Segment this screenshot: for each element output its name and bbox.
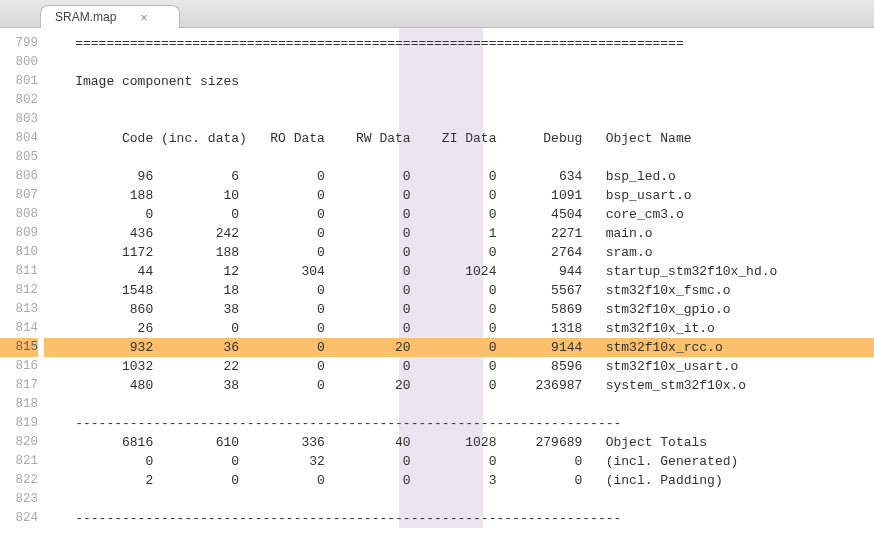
line-number: 815 [0, 338, 38, 357]
code-text [44, 150, 52, 165]
code-text: 0 0 32 0 0 0 (incl. Generated) [44, 454, 738, 469]
code-text: 2 0 0 0 3 0 (incl. Padding) [44, 473, 723, 488]
code-text: 932 36 0 20 0 9144 stm32f10x_rcc.o [44, 340, 723, 355]
editor-area: 7998008018028038048058068078088098108118… [0, 28, 874, 533]
code-line: 0 0 32 0 0 0 (incl. Generated) [44, 452, 874, 471]
code-text [44, 55, 52, 70]
code-text: 188 10 0 0 0 1091 bsp_usart.o [44, 188, 692, 203]
line-number: 814 [0, 319, 38, 338]
code-line: 860 38 0 0 0 5869 stm32f10x_gpio.o [44, 300, 874, 319]
line-number: 810 [0, 243, 38, 262]
code-text [44, 112, 52, 127]
line-number: 813 [0, 300, 38, 319]
code-line [44, 148, 874, 167]
code-line: 188 10 0 0 0 1091 bsp_usart.o [44, 186, 874, 205]
line-number: 816 [0, 357, 38, 376]
code-text [44, 397, 52, 412]
code-line [44, 395, 874, 414]
code-text: 96 6 0 0 0 634 bsp_led.o [44, 169, 676, 184]
code-text: 480 38 0 20 0 236987 system_stm32f10x.o [44, 378, 746, 393]
code-text: 0 0 0 0 0 4504 core_cm3.o [44, 207, 684, 222]
line-number: 824 [0, 509, 38, 528]
line-number: 811 [0, 262, 38, 281]
code-line: ----------------------------------------… [44, 414, 874, 433]
code-text: 26 0 0 0 0 1318 stm32f10x_it.o [44, 321, 715, 336]
code-line: Code (inc. data) RO Data RW Data ZI Data… [44, 129, 874, 148]
line-number: 806 [0, 167, 38, 186]
code-line [44, 490, 874, 509]
line-number: 799 [0, 34, 38, 53]
line-number: 819 [0, 414, 38, 433]
code-text: 44 12 304 0 1024 944 startup_stm32f10x_h… [44, 264, 777, 279]
code-line: 44 12 304 0 1024 944 startup_stm32f10x_h… [44, 262, 874, 281]
line-number: 807 [0, 186, 38, 205]
code-text: 1172 188 0 0 0 2764 sram.o [44, 245, 653, 260]
code-line: 480 38 0 20 0 236987 system_stm32f10x.o [44, 376, 874, 395]
line-number: 821 [0, 452, 38, 471]
tab-sram-map[interactable]: SRAM.map × [40, 5, 180, 28]
code-text: ----------------------------------------… [44, 511, 621, 526]
line-number: 809 [0, 224, 38, 243]
code-line [44, 110, 874, 129]
code-line: Image component sizes [44, 72, 874, 91]
line-number: 800 [0, 53, 38, 72]
code-text: 436 242 0 0 1 2271 main.o [44, 226, 653, 241]
line-number: 804 [0, 129, 38, 148]
line-number: 823 [0, 490, 38, 509]
code-text: 1548 18 0 0 0 5567 stm32f10x_fsmc.o [44, 283, 731, 298]
line-number: 822 [0, 471, 38, 490]
code-line: 932 36 0 20 0 9144 stm32f10x_rcc.o [44, 338, 874, 357]
line-number: 820 [0, 433, 38, 452]
code-content[interactable]: ========================================… [44, 28, 874, 533]
code-text: Image component sizes [44, 74, 239, 89]
code-line: ========================================… [44, 34, 874, 53]
code-text [44, 492, 52, 507]
code-line: 1032 22 0 0 0 8596 stm32f10x_usart.o [44, 357, 874, 376]
code-line: 1548 18 0 0 0 5567 stm32f10x_fsmc.o [44, 281, 874, 300]
code-line: 1172 188 0 0 0 2764 sram.o [44, 243, 874, 262]
code-text: 860 38 0 0 0 5869 stm32f10x_gpio.o [44, 302, 731, 317]
tab-title: SRAM.map [55, 10, 116, 24]
tab-bar: SRAM.map × [0, 0, 874, 28]
code-line: 96 6 0 0 0 634 bsp_led.o [44, 167, 874, 186]
code-text: ========================================… [44, 36, 684, 51]
code-line: 26 0 0 0 0 1318 stm32f10x_it.o [44, 319, 874, 338]
code-text: 6816 610 336 40 1028 279689 Object Total… [44, 435, 707, 450]
line-number: 801 [0, 72, 38, 91]
code-line: 436 242 0 0 1 2271 main.o [44, 224, 874, 243]
line-number: 808 [0, 205, 38, 224]
code-text: Code (inc. data) RO Data RW Data ZI Data… [44, 131, 692, 146]
code-text: 1032 22 0 0 0 8596 stm32f10x_usart.o [44, 359, 738, 374]
line-number: 812 [0, 281, 38, 300]
code-line [44, 91, 874, 110]
code-text: ----------------------------------------… [44, 416, 621, 431]
line-number: 805 [0, 148, 38, 167]
code-line: 2 0 0 0 3 0 (incl. Padding) [44, 471, 874, 490]
line-number: 817 [0, 376, 38, 395]
code-line: 0 0 0 0 0 4504 core_cm3.o [44, 205, 874, 224]
line-number: 802 [0, 91, 38, 110]
code-line: 6816 610 336 40 1028 279689 Object Total… [44, 433, 874, 452]
code-line: ----------------------------------------… [44, 509, 874, 528]
line-number: 818 [0, 395, 38, 414]
line-number-gutter: 7998008018028038048058068078088098108118… [0, 28, 44, 533]
code-line [44, 53, 874, 72]
line-number: 803 [0, 110, 38, 129]
code-text [44, 93, 52, 108]
close-icon[interactable]: × [140, 11, 148, 24]
